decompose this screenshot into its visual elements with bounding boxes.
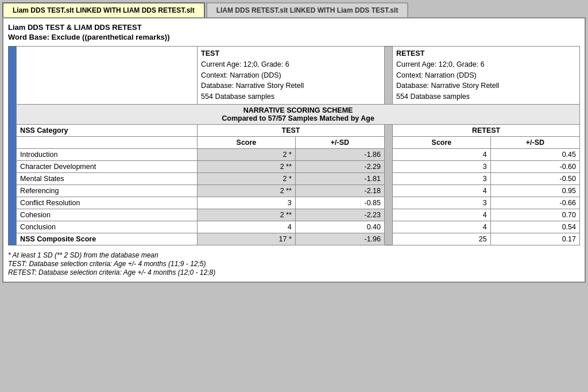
empty-top-left xyxy=(17,47,198,105)
retest-score-cohesion: 4 xyxy=(393,209,491,221)
tab-1[interactable]: Liam DDS TEST.slt LINKED WITH LIAM DDS R… xyxy=(2,2,205,17)
test-score-character-dev: 2 ** xyxy=(198,160,296,172)
divider-r6 xyxy=(384,209,392,221)
test-score-conclusion: 4 xyxy=(198,221,296,233)
tab-bar: Liam DDS TEST.slt LINKED WITH LIAM DDS R… xyxy=(0,0,588,17)
retest-score-character-dev: 3 xyxy=(393,160,491,172)
composite-test-sd: -1.96 xyxy=(295,233,384,245)
test-sd-cohesion: -2.23 xyxy=(295,209,384,221)
test-sd-conclusion: 0.40 xyxy=(295,221,384,233)
left-accent-r7 xyxy=(9,221,17,233)
report-title: Liam DDS TEST & LIAM DDS RETEST xyxy=(8,23,580,32)
row-label-conflict-res: Conflict Resolution xyxy=(17,197,198,209)
retest-context: Context: Narration (DDS) xyxy=(396,70,576,81)
test-sd-subheader: +/-SD xyxy=(295,136,384,148)
test-info-cell: TEST Current Age: 12;0, Grade: 6 Context… xyxy=(198,47,385,105)
left-accent-r4 xyxy=(9,185,17,197)
report-subtitle: Word Base: Exclude ((parenthetical remar… xyxy=(8,33,580,41)
left-accent-4 xyxy=(9,136,17,148)
composite-test-score: 17 * xyxy=(198,233,296,245)
divider-r7 xyxy=(384,221,392,233)
composite-row: NSS Composite Score 17 * -1.96 25 0.17 xyxy=(9,233,580,245)
test-score-cohesion: 2 ** xyxy=(198,209,296,221)
composite-label: NSS Composite Score xyxy=(17,233,198,245)
retest-sd-conclusion: 0.54 xyxy=(490,221,579,233)
test-context: Context: Narration (DDS) xyxy=(201,70,381,81)
footnote-2: TEST: Database selection criteria: Age +… xyxy=(8,260,580,268)
retest-age: Current Age: 12;0, Grade: 6 xyxy=(396,59,576,70)
scoring-scheme-header: NARRATIVE SCORING SCHEME Compared to 57/… xyxy=(17,104,580,124)
divider-r4 xyxy=(384,185,392,197)
test-score-introduction: 2 * xyxy=(198,148,296,160)
divider-col-2 xyxy=(384,124,392,136)
divider-composite xyxy=(384,233,392,245)
table-row: Conflict Resolution 3 -0.85 3 -0.66 xyxy=(9,197,580,209)
scoring-header-line1: NARRATIVE SCORING SCHEME xyxy=(20,106,576,114)
divider-col xyxy=(384,47,392,105)
test-score-subheader: Score xyxy=(198,136,296,148)
test-sd-character-dev: -2.29 xyxy=(295,160,384,172)
divider-col-3 xyxy=(384,136,392,148)
scoring-header-line2: Compared to 57/57 Samples Matched by Age xyxy=(20,114,576,122)
main-table: TEST Current Age: 12;0, Grade: 6 Context… xyxy=(8,46,580,245)
table-row: Introduction 2 * -1.86 4 0.45 xyxy=(9,148,580,160)
retest-sd-mental-states: -0.50 xyxy=(490,172,579,185)
composite-retest-score: 25 xyxy=(393,233,491,245)
test-database: Database: Narrative Story Retell xyxy=(201,80,381,91)
retest-sd-character-dev: -0.60 xyxy=(490,160,579,172)
divider-r1 xyxy=(384,148,392,160)
table-row: Character Development 2 ** -2.29 3 -0.60 xyxy=(9,160,580,172)
retest-score-conclusion: 4 xyxy=(393,221,491,233)
table-row: Referencing 2 ** -2.18 4 0.95 xyxy=(9,185,580,197)
test-sd-referencing: -2.18 xyxy=(295,185,384,197)
test-score-conflict-res: 3 xyxy=(198,197,296,209)
retest-samples: 554 Database samples xyxy=(396,91,576,102)
main-container: Liam DDS TEST & LIAM DDS RETEST Word Bas… xyxy=(2,17,586,283)
retest-sd-introduction: 0.45 xyxy=(490,148,579,160)
left-accent-3 xyxy=(9,124,17,136)
footnote-1: * At least 1 SD (** 2 SD) from the datab… xyxy=(8,251,580,259)
retest-header: RETEST xyxy=(396,49,424,57)
left-accent-r3 xyxy=(9,172,17,185)
composite-retest-sd: 0.17 xyxy=(490,233,579,245)
left-accent-r5 xyxy=(9,197,17,209)
info-header-row: TEST Current Age: 12;0, Grade: 6 Context… xyxy=(9,47,580,105)
retest-database: Database: Narrative Story Retell xyxy=(396,80,576,91)
tab-1-label: Liam DDS TEST.slt LINKED WITH LIAM DDS R… xyxy=(13,6,195,14)
empty-sub-header xyxy=(17,136,198,148)
footnote-section: * At least 1 SD (** 2 SD) from the datab… xyxy=(8,251,580,276)
retest-score-referencing: 4 xyxy=(393,185,491,197)
table-row: Conclusion 4 0.40 4 0.54 xyxy=(9,221,580,233)
left-accent xyxy=(9,47,17,105)
table-row: Mental States 2 * -1.81 3 -0.50 xyxy=(9,172,580,185)
row-label-introduction: Introduction xyxy=(17,148,198,160)
retest-score-conflict-res: 3 xyxy=(393,197,491,209)
retest-score-subheader: Score xyxy=(393,136,491,148)
row-label-mental-states: Mental States xyxy=(17,172,198,185)
test-score-mental-states: 2 * xyxy=(198,172,296,185)
row-label-character-dev: Character Development xyxy=(17,160,198,172)
tab-2[interactable]: LIAM DDS RETEST.slt LINKED WITH Liam DDS… xyxy=(206,2,409,17)
left-accent-r2 xyxy=(9,160,17,172)
test-score-referencing: 2 ** xyxy=(198,185,296,197)
row-label-conclusion: Conclusion xyxy=(17,221,198,233)
left-accent-2 xyxy=(9,104,17,124)
retest-sd-subheader: +/-SD xyxy=(490,136,579,148)
retest-sd-cohesion: 0.70 xyxy=(490,209,579,221)
left-accent-composite xyxy=(9,233,17,245)
row-label-referencing: Referencing xyxy=(17,185,198,197)
retest-col-header: RETEST xyxy=(393,124,580,136)
divider-r5 xyxy=(384,197,392,209)
left-accent-r1 xyxy=(9,148,17,160)
divider-r2 xyxy=(384,160,392,172)
sub-header-row: Score +/-SD Score +/-SD xyxy=(9,136,580,148)
footnote-3: RETEST: Database selection criteria: Age… xyxy=(8,268,580,276)
test-col-header: TEST xyxy=(198,124,385,136)
tab-2-label: LIAM DDS RETEST.slt LINKED WITH Liam DDS… xyxy=(216,6,399,14)
retest-info-cell: RETEST Current Age: 12;0, Grade: 6 Conte… xyxy=(393,47,580,105)
retest-score-introduction: 4 xyxy=(393,148,491,160)
col-group-header-row: NSS Category TEST RETEST xyxy=(9,124,580,136)
test-sd-mental-states: -1.81 xyxy=(295,172,384,185)
test-sd-introduction: -1.86 xyxy=(295,148,384,160)
retest-sd-conflict-res: -0.66 xyxy=(490,197,579,209)
